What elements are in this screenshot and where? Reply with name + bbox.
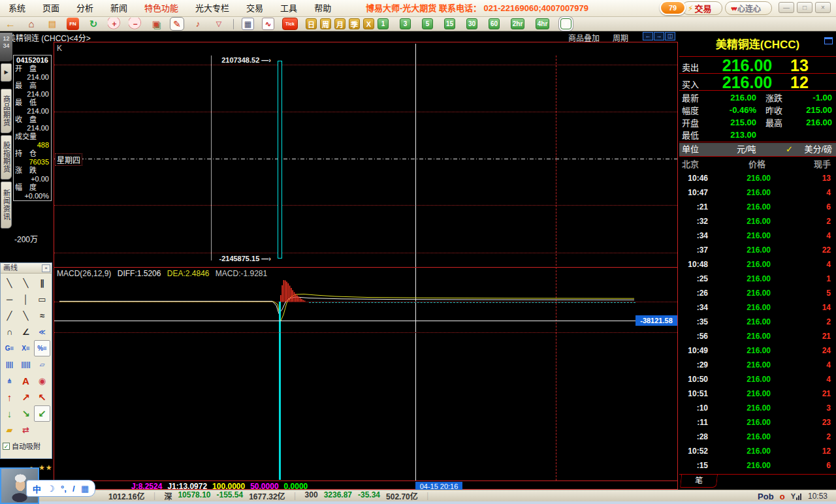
tool-arc[interactable]: ∩ xyxy=(1,324,18,340)
ime-wrench-icon[interactable]: / xyxy=(72,484,75,494)
arrow-se-icon[interactable]: ↘ xyxy=(18,405,34,422)
period-custom-button[interactable]: X xyxy=(363,18,374,29)
tool-x-lines[interactable]: X≡ xyxy=(18,340,34,356)
arrow-down-icon[interactable]: ↓ xyxy=(1,405,18,422)
notification-badge[interactable]: 79 xyxy=(660,1,686,15)
tool-golden-section[interactable]: G≡ xyxy=(1,340,18,356)
period-year-button[interactable]: Y xyxy=(560,18,571,29)
page-number-tab[interactable]: 12 34 xyxy=(0,33,12,61)
tool-move[interactable]: ⇄ xyxy=(18,422,34,438)
tick-row[interactable]: :11 216.00 23 xyxy=(679,415,836,430)
tool-gann-wheel[interactable]: ◉ xyxy=(34,373,50,389)
trend-chart-icon[interactable]: ∿ xyxy=(262,18,274,30)
tick-row[interactable]: :10 216.00 3 xyxy=(679,401,836,415)
tick-row[interactable]: :34 216.00 4 xyxy=(679,228,836,243)
tick-row[interactable]: 10:46 216.00 13 xyxy=(679,171,836,185)
zoom-out-icon[interactable]: − xyxy=(129,18,142,30)
period-3min-button[interactable]: 3 xyxy=(400,18,411,29)
tick-row[interactable]: :56 216.00 21 xyxy=(679,329,836,343)
close-button[interactable]: × xyxy=(815,2,831,13)
sidebar-tab-commodity-futures[interactable]: 商品期货 xyxy=(1,89,12,133)
tool-horizontal-line[interactable]: ─ xyxy=(1,291,18,307)
ask-row[interactable]: 卖出 216.00 13 xyxy=(679,57,836,73)
funnel-icon[interactable]: ▽ xyxy=(212,18,225,30)
separator[interactable] xyxy=(233,19,234,29)
tool-empty[interactable] xyxy=(34,422,50,438)
tool-fan-lines[interactable]: ≪ xyxy=(34,324,50,340)
connection-signal-icon[interactable]: Y xyxy=(791,493,802,500)
sidebar-tab-index-futures[interactable]: 股指期货 xyxy=(1,135,12,180)
period-2hr-button[interactable]: 2hr xyxy=(511,18,524,29)
ime-punctuation-icon[interactable]: °, xyxy=(61,484,67,494)
menu-item[interactable]: 特色功能 xyxy=(136,0,187,17)
ime-fullwidth-moon-icon[interactable]: ☽ xyxy=(47,484,55,494)
split-window-icon[interactable]: ◫ xyxy=(665,32,675,40)
tick-row[interactable]: :21 216.00 6 xyxy=(679,200,836,214)
bid-row[interactable]: 买入 216.00 12 xyxy=(679,74,836,90)
maximize-button[interactable]: □ xyxy=(797,2,812,13)
tool-parallel-lines[interactable]: ∥ xyxy=(34,275,50,291)
tick-row[interactable]: 10:50 216.00 4 xyxy=(679,372,836,386)
tool-angle[interactable]: ∠ xyxy=(18,324,34,340)
main-chart[interactable]: K 星期四 2107348.52 —› -2145875.15 —› MACD(… xyxy=(54,42,678,490)
tick-row[interactable]: :35 216.00 2 xyxy=(679,315,836,329)
tick-row[interactable]: :34 216.00 14 xyxy=(679,300,836,315)
quote-grid-icon[interactable]: ▦ xyxy=(242,18,254,30)
draw-pencil-icon[interactable]: ✎ xyxy=(170,18,184,30)
home-icon[interactable]: ⌂ xyxy=(25,18,38,30)
tick-row[interactable]: :15 216.00 6 xyxy=(679,458,836,473)
tick-row[interactable]: :32 216.00 2 xyxy=(679,214,836,228)
menu-item[interactable]: 系统 xyxy=(0,0,34,17)
arrow-up-icon[interactable]: ↑ xyxy=(1,389,18,405)
tick-row[interactable]: :29 216.00 4 xyxy=(679,358,836,372)
next-window-icon[interactable]: → xyxy=(654,32,664,40)
tool-segment[interactable]: ╲ xyxy=(18,275,34,291)
tick-row[interactable]: :37 216.00 22 xyxy=(679,243,836,257)
auto-snap-checkbox[interactable]: ✓ xyxy=(3,443,10,450)
zoom-in-icon[interactable]: + xyxy=(108,18,121,30)
arrow-ne-icon[interactable]: ↗ xyxy=(18,389,34,405)
menu-item[interactable]: 帮助 xyxy=(306,0,340,17)
tool-channel[interactable]: ▱ xyxy=(34,356,50,373)
tool-pitchfork[interactable]: ⋔ xyxy=(1,373,18,389)
tick-row[interactable]: 10:52 216.00 12 xyxy=(679,444,836,458)
tick-row[interactable]: :28 216.00 2 xyxy=(679,430,836,444)
draw-panel-title[interactable]: 画线 × xyxy=(1,263,52,274)
tick-tab[interactable]: 笔 xyxy=(680,475,718,488)
menu-item[interactable]: 新闻 xyxy=(102,0,136,17)
sidebar-expand-arrow[interactable]: ▶ xyxy=(1,63,12,82)
tick-row[interactable]: 10:49 216.00 24 xyxy=(679,343,836,358)
period-week-button[interactable]: 周 xyxy=(320,18,331,29)
menu-item[interactable]: 工具 xyxy=(272,0,306,17)
tick-row[interactable]: :25 216.00 1 xyxy=(679,272,836,286)
horn-icon[interactable]: ♪ xyxy=(191,18,204,30)
ime-keyboard-icon[interactable]: ▦ xyxy=(81,484,89,494)
period-month-button[interactable]: 月 xyxy=(334,18,346,29)
tool-eraser[interactable]: ▰ xyxy=(1,422,18,438)
fn-icon[interactable]: FN xyxy=(67,18,79,30)
tick-row[interactable]: 10:47 216.00 4 xyxy=(679,185,836,200)
tool-percent-lines[interactable]: %≡ xyxy=(34,340,50,356)
tool-time-lines[interactable]: |||| xyxy=(1,356,18,373)
tool-cycle-lines[interactable]: ||||| xyxy=(18,356,34,373)
unit-selector-row[interactable]: 单位 元/吨 ✓ 美分/磅 xyxy=(679,143,836,156)
restore-window-icon[interactable] xyxy=(824,37,833,44)
period-60min-button[interactable]: 60 xyxy=(489,18,500,29)
period-15min-button[interactable]: 15 xyxy=(444,18,455,29)
tool-wave[interactable]: ≈ xyxy=(34,307,50,324)
period-season-button[interactable]: 季 xyxy=(349,18,360,29)
back-icon[interactable]: ← xyxy=(4,18,17,30)
tool-ray-down[interactable]: ╲ xyxy=(18,307,34,324)
arrow-sw-icon[interactable]: ↙ xyxy=(34,405,50,422)
prev-window-icon[interactable]: ← xyxy=(643,32,653,40)
tool-vertical-line[interactable]: │ xyxy=(18,291,34,307)
tool-rectangle[interactable]: ▭ xyxy=(34,291,50,307)
draw-panel-close-icon[interactable]: × xyxy=(42,264,50,272)
heart-to-heart-button[interactable]: ♥♥ 心连心 xyxy=(725,1,772,15)
trade-button[interactable]: ⚡ 交易 xyxy=(682,1,722,15)
menu-item[interactable]: 页面 xyxy=(34,0,68,17)
tool-trend-line[interactable]: ╲ xyxy=(1,275,18,291)
period-4hr-button[interactable]: 4hr xyxy=(536,18,549,29)
overlay-icon[interactable]: ▣ xyxy=(150,18,163,30)
ime-lang-chinese[interactable]: 中 xyxy=(33,482,41,495)
